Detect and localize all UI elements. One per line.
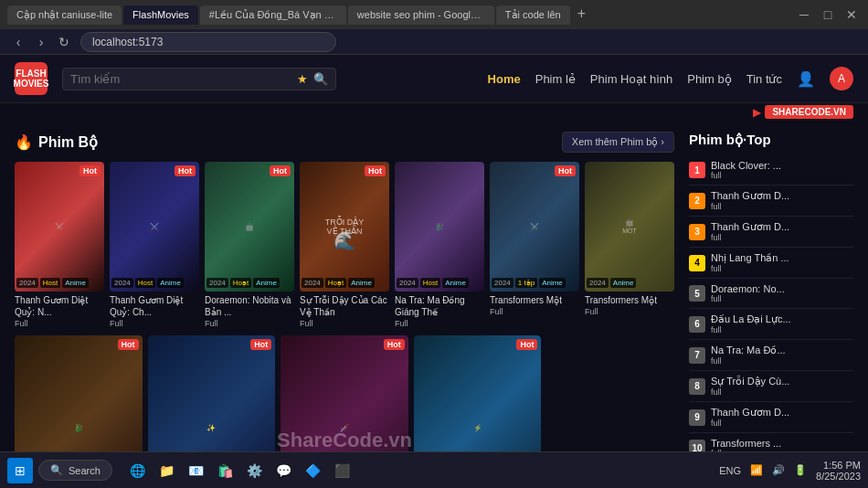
tab-1[interactable]: Cập nhật caniuse-lite (7, 5, 122, 25)
close-button[interactable]: ✕ (842, 7, 861, 22)
tab-3[interactable]: #Lều Của Đồng_Bá Vạn Hải Ft... (200, 5, 346, 25)
top-info-9: Thanh Gươm D... full (711, 407, 853, 428)
taskbar-search[interactable]: 🔍 Search (38, 460, 112, 481)
search-bar[interactable]: ★ 🔍 (62, 68, 336, 90)
movie-card-6[interactable]: ⚔️ Hot 2024 1 tập Anime Transformers Một… (490, 162, 579, 328)
bookmark-icon[interactable]: ★ (297, 72, 308, 86)
taskbar-app-terminal[interactable]: ⬛ (330, 458, 355, 483)
search-input[interactable] (70, 72, 297, 86)
new-tab-button[interactable]: + (572, 5, 591, 25)
rank-7: 7 (689, 347, 705, 364)
movie-title-2: Thanh Gươm Diệt Quỷ: Ch... (110, 294, 199, 318)
top-ep-3: full (711, 233, 853, 242)
phim-bo-top-list: 1 Black Clover: ... full 2 Thanh Gươm D.… (689, 155, 853, 463)
top-info-8: Sự Trỗi Dậy Cù... full (711, 376, 853, 397)
rank-3: 3 (689, 224, 705, 240)
login-icon[interactable]: 👤 (797, 70, 815, 88)
site-header: FLASH MOVIES ★ 🔍 Home Phim lẻ Phim Hoạt … (0, 55, 868, 103)
top-ep-7: full (711, 356, 853, 366)
top-ep-8: full (711, 387, 853, 397)
top-item-3[interactable]: 3 Thanh Gươm D... full (689, 217, 853, 248)
taskbar-search-label: Search (69, 465, 101, 476)
main-nav: Home Phim lẻ Phim Hoạt hình Phim bộ Tin … (488, 67, 853, 90)
top-item-4[interactable]: 4 Nhị Lang Thần ... full (689, 248, 853, 279)
movie-title-3: Doraemon: Nobita và Bản ... (205, 294, 294, 318)
top-item-9[interactable]: 9 Thanh Gươm D... full (689, 402, 853, 433)
movie-title-4: Sự Trỗi Dậy Của Các Vệ Thần (300, 294, 389, 318)
restore-button[interactable]: □ (819, 7, 837, 22)
top-info-5: Doraemon: No... full (711, 283, 853, 303)
movie-title-1: Thanh Gươm Diệt Quỷ: N... (15, 294, 104, 318)
reload-button[interactable]: ↻ (55, 35, 73, 49)
main-content: 🔥 Phim Bộ Xem thêm Phim bộ › ⚔️ Hot 2024… (15, 121, 674, 488)
movie-card-4[interactable]: 🌊 TRỖI DẬYVỆ THẦN Hot 2024 Hoạt Anime Sự… (300, 162, 389, 328)
poster-4: 🌊 TRỖI DẬYVỆ THẦN Hot 2024 Hoạt Anime (300, 162, 389, 292)
badge-6: Hot (555, 165, 576, 176)
nav-hoat-hinh[interactable]: Phim Hoạt hình (590, 72, 672, 86)
logo-icon: FLASH MOVIES (15, 62, 48, 95)
rank-9: 9 (689, 409, 705, 426)
taskbar: ⊞ 🔍 Search 🌐 📁 📧 🛍️ ⚙️ 💬 🔷 ⬛ ENG 📶 🔊 🔋 1… (0, 451, 868, 488)
top-info-4: Nhị Lang Thần ... full (711, 252, 853, 273)
taskbar-app-chat[interactable]: 💬 (271, 458, 297, 483)
top-item-7[interactable]: 7 Na Tra: Ma Đồ... full (689, 340, 853, 371)
top-ep-4: full (711, 264, 853, 273)
poster-2: ⚔️ Hot 2024 Host Anime (110, 162, 199, 292)
sound-icon: 🔊 (772, 464, 785, 476)
movie-card-3[interactable]: 🤖 Hot 2024 Hoạt Anime Doraemon: Nobita v… (205, 162, 294, 328)
poster-3: 🤖 Hot 2024 Hoạt Anime (205, 162, 294, 292)
address-bar: ‹ › ↻ (0, 29, 868, 55)
logo[interactable]: FLASH MOVIES (15, 62, 48, 95)
top-ep-6: full (711, 325, 853, 334)
clock-time: 1:56 PM (816, 460, 861, 471)
back-button[interactable]: ‹ (9, 35, 27, 49)
movie-card-2[interactable]: ⚔️ Hot 2024 Host Anime Thanh Gươm Diệt Q… (110, 162, 199, 328)
taskbar-app-code[interactable]: 🔷 (301, 458, 326, 483)
top-info-1: Black Clover: ... full (711, 160, 853, 180)
top-item-6[interactable]: 6 Đấu La Đại Lực... full (689, 309, 853, 340)
view-more-phim-bo[interactable]: Xem thêm Phim bộ › (562, 132, 674, 153)
top-item-1[interactable]: 1 Black Clover: ... full (689, 155, 853, 186)
taskbar-app-edge[interactable]: 🌐 (125, 458, 151, 483)
nav-tin-tuc[interactable]: Tin tức (746, 72, 782, 86)
top-title-1: Black Clover: ... (711, 160, 853, 171)
forward-button[interactable]: › (32, 35, 50, 49)
taskbar-app-settings[interactable]: ⚙️ (242, 458, 268, 483)
taskbar-clock[interactable]: 1:56 PM 8/25/2023 (816, 460, 861, 482)
phim-bo-header: 🔥 Phim Bộ Xem thêm Phim bộ › (15, 132, 674, 153)
movie-card-5[interactable]: 🐉 2024 Host Anime Na Tra: Ma Đồng Giáng … (395, 162, 484, 328)
top-item-8[interactable]: 8 Sự Trỗi Dậy Cù... full (689, 371, 853, 402)
taskbar-app-file[interactable]: 📁 (154, 458, 180, 483)
taskbar-app-store[interactable]: 🛍️ (213, 458, 238, 483)
movie-status-2: Full (110, 319, 199, 328)
top-title-2: Thanh Gươm D... (711, 190, 853, 202)
top-item-5[interactable]: 5 Doraemon: No... full (689, 279, 853, 309)
phim-bo-title: 🔥 Phim Bộ (15, 133, 98, 151)
url-input[interactable] (80, 32, 336, 52)
nav-home[interactable]: Home (488, 72, 521, 86)
movie-title-6: Transformers Một (490, 294, 579, 306)
minimize-button[interactable]: ─ (795, 7, 813, 22)
movie-status-3: Full (205, 319, 294, 328)
nav-phim-bo[interactable]: Phim bộ (687, 72, 731, 86)
tab-5[interactable]: Tải code lên (496, 5, 570, 25)
taskbar-app-mail[interactable]: 📧 (184, 458, 209, 483)
rank-6: 6 (689, 316, 705, 333)
search-icon[interactable]: 🔍 (313, 72, 328, 86)
battery-icon: 🔋 (794, 464, 807, 476)
user-avatar[interactable]: A (830, 67, 853, 90)
tab-2[interactable]: FlashMovies (123, 5, 198, 25)
nav-phim-le[interactable]: Phim lẻ (535, 72, 576, 86)
content-wrapper: 🔥 Phim Bộ Xem thêm Phim bộ › ⚔️ Hot 2024… (0, 121, 868, 488)
poster-1: ⚔️ Hot 2024 Host Anime (15, 162, 104, 292)
movie-card-7[interactable]: 🤖MOT 2024 Anime Transformers Một Full (585, 162, 674, 328)
movie-status-1: Full (15, 319, 104, 328)
fire-icon: 🔥 (15, 133, 33, 151)
movie-title-7: Transformers Một (585, 294, 674, 306)
top-title-8: Sự Trỗi Dậy Cù... (711, 376, 853, 387)
top-item-2[interactable]: 2 Thanh Gươm D... full (689, 186, 853, 217)
start-button[interactable]: ⊞ (7, 458, 33, 483)
movie-card-1[interactable]: ⚔️ Hot 2024 Host Anime Thanh Gươm Diệt Q… (15, 162, 104, 328)
tab-4[interactable]: website seo phim - Google D... (348, 5, 494, 25)
top-title-9: Thanh Gươm D... (711, 407, 853, 419)
